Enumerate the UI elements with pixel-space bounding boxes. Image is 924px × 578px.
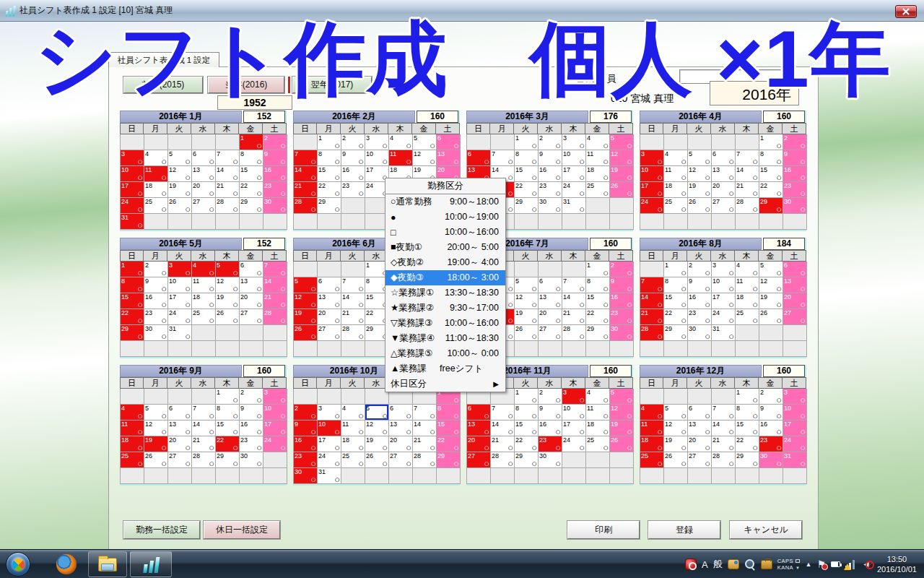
day-cell[interactable]: 31○ — [562, 198, 586, 214]
day-cell[interactable]: 12○ — [515, 293, 539, 309]
day-cell[interactable]: 12○ — [365, 420, 389, 436]
day-cell[interactable]: 6○ — [467, 405, 491, 420]
day-cell[interactable]: 7○ — [491, 405, 515, 420]
ime-tools-icon[interactable] — [728, 559, 739, 569]
day-cell[interactable]: 28○ — [294, 198, 318, 214]
day-cell[interactable]: 16○ — [263, 166, 287, 182]
day-cell[interactable]: 2○ — [539, 134, 562, 150]
day-cell[interactable]: 15○ — [216, 420, 240, 436]
day-cell[interactable]: 1○ — [318, 134, 341, 150]
day-cell[interactable]: 9○ — [783, 150, 807, 166]
window-titlebar[interactable]: 社員シフト表作成 1 設定 [10] 宮城 真理 — [0, 0, 924, 22]
day-cell[interactable]: 12○ — [144, 420, 168, 436]
day-cell[interactable]: 28○ — [736, 198, 759, 214]
day-cell[interactable]: 2○ — [539, 389, 562, 405]
day-cell[interactable]: 11○ — [736, 277, 759, 293]
day-cell[interactable]: 13○ — [712, 166, 736, 182]
battery-icon[interactable] — [831, 561, 840, 567]
day-cell[interactable]: 9○ — [539, 150, 562, 166]
day-cell[interactable]: 21○ — [216, 182, 240, 198]
menu-item-休日区分[interactable]: 休日区分▶ — [385, 376, 505, 392]
day-cell[interactable]: 31○ — [783, 452, 807, 468]
volume-muted-icon[interactable]: ◄ — [862, 560, 871, 569]
day-cell[interactable]: 12○ — [759, 277, 783, 293]
day-cell[interactable]: 28○ — [216, 198, 240, 214]
day-cell[interactable]: 4○ — [586, 134, 610, 150]
day-cell[interactable]: 24○ — [783, 436, 807, 452]
day-cell[interactable]: 9○ — [688, 277, 712, 293]
taskbar-clock[interactable]: 13:50 2016/10/01 — [877, 554, 917, 574]
day-cell[interactable]: 18○ — [121, 436, 144, 452]
day-cell[interactable]: 14○ — [263, 277, 287, 293]
day-cell[interactable]: 17○ — [318, 436, 341, 452]
day-cell[interactable]: 13○ — [539, 293, 562, 309]
antivirus-shield-icon[interactable] — [685, 558, 697, 570]
close-button[interactable] — [895, 5, 917, 18]
day-cell[interactable]: 13○ — [783, 277, 807, 293]
batch-work-button[interactable]: 勤務一括設定 — [123, 521, 200, 539]
day-cell[interactable]: 18○ — [586, 420, 610, 436]
day-cell[interactable]: 29○ — [240, 198, 263, 214]
day-cell[interactable]: 25○ — [144, 198, 168, 214]
menu-item-shift-2[interactable]: □10:00～16:00 — [385, 225, 505, 240]
day-cell[interactable]: 13○ — [192, 166, 216, 182]
day-cell[interactable]: 19○ — [294, 309, 318, 325]
day-cell[interactable]: 3○ — [640, 150, 664, 166]
day-cell[interactable]: 4○ — [586, 389, 610, 405]
day-cell[interactable]: 4○ — [389, 134, 413, 150]
day-cell[interactable]: 3○ — [168, 262, 192, 277]
day-cell[interactable]: 1○ — [736, 389, 759, 405]
day-cell[interactable]: 27○ — [712, 198, 736, 214]
day-cell[interactable]: 15○ — [586, 293, 610, 309]
day-cell[interactable]: 30○ — [688, 325, 712, 341]
day-cell[interactable]: 30○ — [539, 198, 562, 214]
day-cell[interactable]: 4○ — [144, 150, 168, 166]
menu-item-業務課[interactable]: ▲業務課freeシフト — [385, 361, 505, 376]
day-cell[interactable]: 11○ — [664, 166, 688, 182]
day-cell[interactable]: 2○ — [294, 405, 318, 420]
day-cell[interactable]: 22○ — [736, 436, 759, 452]
day-cell[interactable]: 13○ — [437, 150, 461, 166]
day-cell[interactable]: 3○ — [263, 389, 287, 405]
day-cell[interactable]: 8○ — [216, 405, 240, 420]
menu-item-夜勤③[interactable]: ◆夜勤③18:00～ 3:00 — [385, 270, 505, 285]
day-cell[interactable]: 7○ — [192, 405, 216, 420]
day-cell[interactable]: 14○ — [192, 420, 216, 436]
day-cell[interactable]: 17○ — [640, 182, 664, 198]
day-cell[interactable]: 3○ — [783, 389, 807, 405]
day-cell[interactable]: 5○ — [610, 389, 634, 405]
day-cell[interactable]: 19○ — [610, 420, 634, 436]
ime-mode-a[interactable]: A — [702, 559, 708, 570]
day-cell[interactable]: 1○ — [759, 134, 783, 150]
day-cell[interactable]: 16○ — [539, 166, 562, 182]
day-cell[interactable]: 21○ — [294, 182, 318, 198]
day-cell[interactable]: 6○ — [240, 262, 263, 277]
day-cell[interactable]: 14○ — [736, 166, 759, 182]
day-cell[interactable]: 25○ — [664, 198, 688, 214]
day-cell[interactable]: 19○ — [144, 436, 168, 452]
day-cell[interactable]: 25○ — [121, 452, 144, 468]
day-cell[interactable]: 20○ — [168, 436, 192, 452]
day-cell[interactable]: 29○ — [759, 198, 783, 214]
day-cell[interactable]: 21○ — [712, 436, 736, 452]
day-cell[interactable]: 29○ — [216, 452, 240, 468]
day-cell[interactable]: 7○ — [341, 277, 365, 293]
day-cell[interactable]: 5○ — [294, 277, 318, 293]
day-cell[interactable]: 28○ — [491, 452, 515, 468]
shift-app-taskbar-button[interactable] — [130, 551, 172, 577]
day-cell[interactable]: 6○ — [467, 150, 491, 166]
day-cell[interactable]: 5○ — [144, 405, 168, 420]
day-cell[interactable]: 12○ — [413, 150, 437, 166]
day-cell[interactable]: 23○ — [688, 309, 712, 325]
day-cell[interactable]: 13○ — [467, 420, 491, 436]
day-cell[interactable]: 30○ — [783, 198, 807, 214]
batch-holiday-button[interactable]: 休日一括設定 — [204, 521, 280, 539]
day-cell[interactable]: 20○ — [783, 293, 807, 309]
day-cell[interactable]: 17○ — [712, 293, 736, 309]
day-cell[interactable]: 23○ — [341, 182, 365, 198]
day-cell[interactable]: 20○ — [389, 436, 413, 452]
day-cell[interactable]: 19○ — [610, 166, 634, 182]
day-cell[interactable]: 29○ — [121, 325, 144, 341]
day-cell[interactable]: 6○ — [389, 405, 413, 420]
day-cell[interactable]: 7○ — [640, 277, 664, 293]
